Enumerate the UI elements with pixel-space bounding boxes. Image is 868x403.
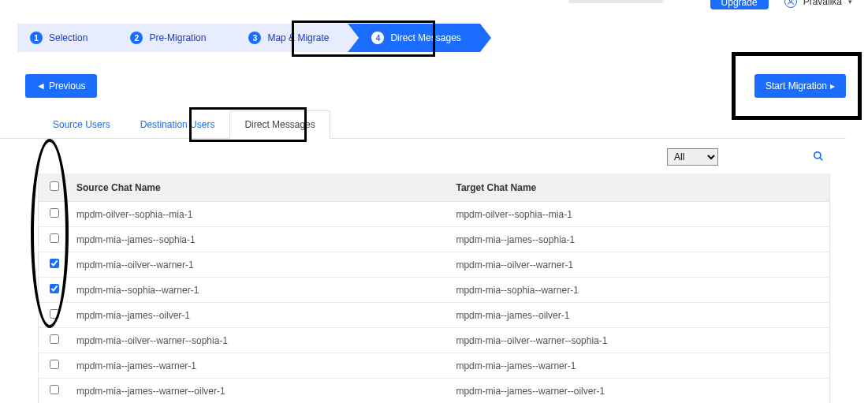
table-row: mpdm-mia--james--sophia-1mpdm-mia--james…: [39, 227, 829, 252]
step-num: 3: [248, 32, 261, 44]
step-selection[interactable]: 1 Selection: [17, 24, 106, 52]
upgrade-button[interactable]: Upgrade: [710, 0, 769, 9]
step-label: Selection: [49, 32, 88, 43]
top-bar: Upgrade Pravalika ▾: [0, 0, 868, 14]
table-row: mpdm-mia--james--warner--oilver-1mpdm-mi…: [39, 379, 829, 404]
header-source: Source Chat Name: [70, 174, 449, 202]
table-row: mpdm-mia--james--oilver-1mpdm-mia--james…: [39, 303, 829, 328]
target-chat-name: mpdm-mia--james--sophia-1: [449, 227, 829, 252]
filter-row: All: [0, 139, 868, 174]
row-checkbox-cell: [39, 353, 70, 379]
target-chat-name: mpdm-mia--oilver--warner-1: [449, 252, 829, 278]
target-chat-name: mpdm-oilver--sophia--mia-1: [449, 202, 829, 227]
tab-source-users[interactable]: Source Users: [38, 110, 125, 139]
row-checkbox-cell: [39, 202, 70, 227]
chat-table: Source Chat Name Target Chat Name mpdm-o…: [39, 174, 829, 403]
row-checkbox[interactable]: [50, 309, 59, 319]
svg-point-1: [814, 151, 821, 158]
source-chat-name: mpdm-mia--james--warner-1: [70, 353, 449, 379]
step-num: 2: [130, 32, 143, 44]
target-chat-name: mpdm-mia--oilver--warner--sophia-1: [449, 328, 829, 353]
step-map-migrate[interactable]: 3 Map & Migrate: [225, 24, 348, 52]
row-checkbox[interactable]: [50, 360, 59, 369]
svg-point-0: [789, 0, 792, 2]
row-checkbox-cell: [39, 328, 70, 353]
step-label: Map & Migrate: [267, 32, 329, 43]
source-chat-name: mpdm-mia--james--sophia-1: [70, 227, 449, 252]
select-all-checkbox[interactable]: [50, 181, 59, 191]
target-chat-name: mpdm-mia--james--warner-1: [449, 353, 829, 379]
row-checkbox[interactable]: [50, 334, 59, 344]
table-body: mpdm-oilver--sophia--mia-1mpdm-oilver--s…: [39, 202, 829, 404]
row-checkbox[interactable]: [50, 259, 59, 268]
source-chat-name: mpdm-mia--sophia--warner-1: [70, 278, 449, 303]
chevron-right-icon: ▸: [830, 80, 835, 91]
top-search-placeholder: [568, 0, 663, 3]
start-migration-label: Start Migration: [766, 80, 827, 91]
source-chat-name: mpdm-mia--james--warner--oilver-1: [70, 379, 449, 404]
step-label: Pre-Migration: [149, 32, 206, 43]
chevron-left-icon: ◄: [36, 80, 46, 91]
step-direct-messages[interactable]: 4 Direct Messages: [348, 24, 479, 52]
previous-button[interactable]: ◄ Previous: [25, 74, 97, 98]
source-chat-name: mpdm-mia--james--oilver-1: [70, 303, 449, 328]
header-target: Target Chat Name: [449, 174, 829, 202]
row-checkbox[interactable]: [50, 284, 59, 293]
table-row: mpdm-mia--oilver--warner--sophia-1mpdm-m…: [39, 328, 829, 353]
table-row: mpdm-mia--oilver--warner-1mpdm-mia--oilv…: [39, 252, 829, 278]
action-row: ◄ Previous Start Migration ▸: [0, 57, 868, 106]
chevron-down-icon: ▾: [848, 0, 852, 6]
step-num: 1: [30, 32, 43, 44]
row-checkbox-cell: [39, 379, 70, 404]
user-menu[interactable]: Pravalika ▾: [784, 0, 852, 8]
step-label: Direct Messages: [390, 32, 460, 43]
user-icon: [784, 0, 797, 8]
step-pre-migration[interactable]: 2 Pre-Migration: [106, 24, 225, 52]
table-row: mpdm-mia--james--warner-1mpdm-mia--james…: [39, 353, 829, 379]
source-chat-name: mpdm-mia--oilver--warner-1: [70, 252, 449, 278]
search-icon[interactable]: [813, 151, 824, 164]
previous-label: Previous: [49, 80, 86, 91]
source-chat-name: mpdm-mia--oilver--warner--sophia-1: [70, 328, 449, 353]
row-checkbox-cell: [39, 227, 70, 252]
row-checkbox[interactable]: [50, 233, 59, 243]
row-checkbox[interactable]: [50, 385, 59, 394]
row-checkbox-cell: [39, 303, 70, 328]
source-chat-name: mpdm-oilver--sophia--mia-1: [70, 202, 449, 227]
header-checkbox-col: [39, 174, 70, 202]
tabs: Source Users Destination Users Direct Me…: [0, 110, 846, 139]
start-migration-button[interactable]: Start Migration ▸: [754, 74, 846, 98]
breadcrumb-steps: 1 Selection 2 Pre-Migration 3 Map & Migr…: [0, 14, 868, 57]
user-name: Pravalika: [803, 0, 842, 7]
target-chat-name: mpdm-mia--sophia--warner-1: [449, 278, 829, 303]
tab-direct-messages[interactable]: Direct Messages: [229, 110, 330, 139]
target-chat-name: mpdm-mia--james--warner--oilver-1: [449, 379, 829, 404]
table-wrapper: Source Chat Name Target Chat Name mpdm-o…: [38, 174, 830, 403]
row-checkbox[interactable]: [50, 208, 59, 218]
table-row: mpdm-mia--sophia--warner-1mpdm-mia--soph…: [39, 278, 829, 303]
filter-select[interactable]: All: [667, 148, 718, 166]
step-num: 4: [371, 32, 384, 44]
tab-destination-users[interactable]: Destination Users: [125, 110, 230, 139]
row-checkbox-cell: [39, 278, 70, 303]
svg-line-2: [820, 157, 823, 160]
row-checkbox-cell: [39, 252, 70, 278]
table-row: mpdm-oilver--sophia--mia-1mpdm-oilver--s…: [39, 202, 829, 227]
target-chat-name: mpdm-mia--james--oilver-1: [449, 303, 829, 328]
